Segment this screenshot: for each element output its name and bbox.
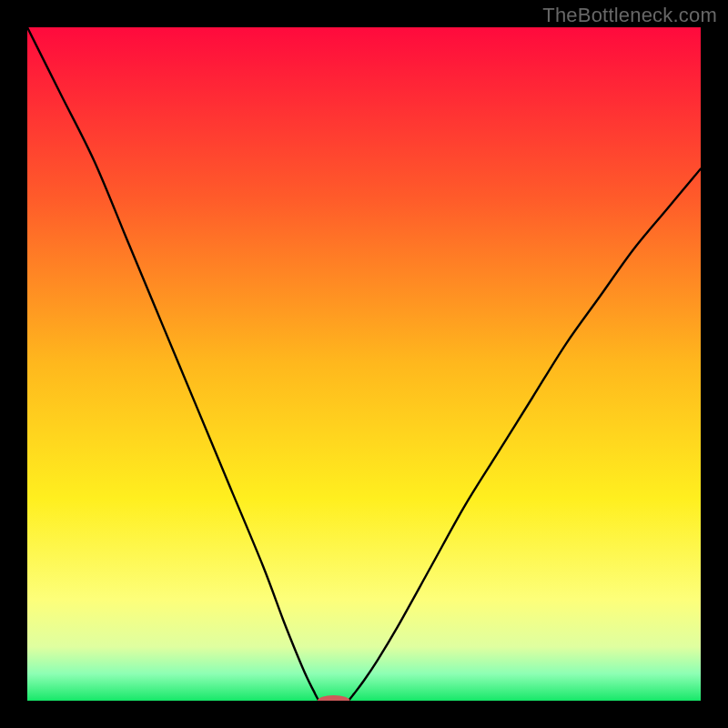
chart-svg <box>27 27 701 701</box>
watermark-text: TheBottleneck.com <box>542 4 717 27</box>
chart-background <box>27 27 701 701</box>
chart-frame: TheBottleneck.com <box>0 0 728 728</box>
chart-plot <box>27 27 701 701</box>
